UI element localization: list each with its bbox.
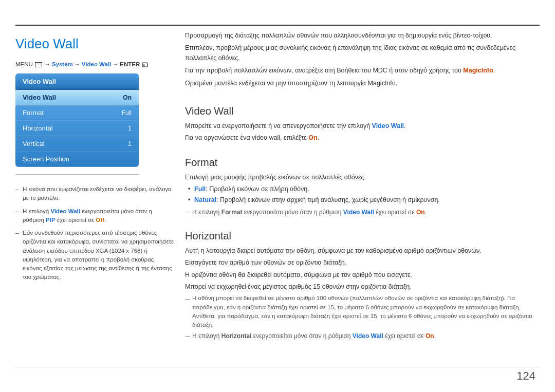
- section-spacer-1: [185, 91, 540, 100]
- panel-header: Video Wall: [15, 73, 139, 90]
- vw-text-1: Μπορείτε να ενεργοποιήσετε ή να απενεργο…: [185, 121, 540, 131]
- section-heading-video-wall: Video Wall: [185, 105, 540, 117]
- vw-text-2: Για να οργανώσετε ένα video wall, επιλέξ…: [185, 133, 540, 143]
- menu-label: MENU: [15, 61, 33, 67]
- horiz-long-note: Η οθόνη μπορεί να διαιρεθεί σε μέγιστο α…: [185, 294, 540, 329]
- section-spacer-2: [185, 145, 540, 152]
- right-column: Προσαρμογή της διάταξης πολλαπλών οθονών…: [185, 31, 540, 361]
- panel-item-horizontal-label: Horizontal: [23, 124, 53, 132]
- panel-item-horizontal[interactable]: Horizontal 1: [15, 121, 139, 136]
- note-item-3: Εάν συνδεθούν περισσότερες από τέσσερις …: [15, 229, 175, 282]
- panel-item-format[interactable]: Format Full: [15, 105, 139, 121]
- page-title: Video Wall: [15, 36, 175, 52]
- video-wall-panel: Video Wall Video Wall On Format Full Hor…: [15, 73, 139, 167]
- arrow2: →: [75, 61, 80, 67]
- panel-item-vertical[interactable]: Vertical 1: [15, 136, 139, 152]
- horiz-text-1: Αυτή η λειτουργία διαιρεί αυτόματα την ο…: [185, 246, 540, 256]
- format-bullet-full: Full: Προβολή εικόνων σε πλήρη οθόνη.: [194, 184, 540, 194]
- arrow1: →: [45, 61, 50, 67]
- intro-para-4: Ορισμένα μοντέλα ενδέχεται να μην υποστη…: [185, 79, 540, 88]
- intro-para-3: Για την προβολή πολλαπλών εικόνων, ανατρ…: [185, 66, 540, 76]
- panel-item-vertical-label: Vertical: [23, 140, 45, 147]
- panel-item-video-wall[interactable]: Video Wall On: [15, 90, 139, 105]
- format-note: Η επιλογή Format ενεργοποιείται μόνο ότα…: [185, 208, 540, 217]
- system-label: System: [52, 61, 73, 67]
- horiz-text-2: Εισαγάγετε τον αριθμό των οθονών σε οριζ…: [185, 258, 540, 268]
- panel-item-screen-position[interactable]: Screen Position: [15, 152, 139, 167]
- top-divider: [15, 25, 540, 26]
- panel-item-screen-position-label: Screen Position: [23, 155, 69, 163]
- enter-icon: E: [142, 62, 149, 67]
- panel-item-video-wall-value: On: [123, 94, 132, 101]
- format-text-1: Επιλογή μιας μορφής προβολής εικόνων σε …: [185, 173, 540, 182]
- menu-icon: [35, 62, 42, 67]
- note-item-1: Η εικόνα που εμφανίζεται ενδέχεται να δι…: [15, 185, 175, 203]
- page-number: 124: [516, 369, 535, 383]
- arrow3: →: [113, 61, 118, 67]
- section-spacer-3: [185, 219, 540, 225]
- intro-para-1: Προσαρμογή της διάταξης πολλαπλών οθονών…: [185, 31, 540, 41]
- horiz-text-4: Μπορεί να εκχωρηθεί ένας μέγιστος αριθμό…: [185, 282, 540, 292]
- panel-item-video-wall-label: Video Wall: [23, 94, 56, 101]
- enter-label: ENTER: [120, 61, 140, 67]
- svg-text:E: E: [143, 64, 145, 67]
- intro-para-2: Επιπλέον, προβολή μέρους μιας συνολικής …: [185, 43, 540, 63]
- panel-item-format-value: Full: [122, 109, 132, 117]
- panel-item-format-label: Format: [23, 109, 44, 117]
- menu-path: MENU → System → Video Wall → ENTER E: [15, 61, 175, 67]
- panel-item-horizontal-value: 1: [128, 125, 132, 132]
- notes-section: Η εικόνα που εμφανίζεται ενδέχεται να δι…: [15, 185, 175, 282]
- section-heading-format: Format: [185, 157, 540, 169]
- format-bullet-natural: Natural: Προβολή εικόνων στην αρχική τιμ…: [194, 195, 540, 205]
- left-column: Video Wall MENU → System → Video Wall → …: [15, 31, 175, 361]
- video-wall-menu-label: Video Wall: [82, 61, 112, 67]
- bottom-divider: [15, 367, 540, 367]
- section-heading-horizontal: Horizontal: [185, 230, 540, 242]
- horiz-note: Η επιλογή Horizontal ενεργοποιείται μόνο…: [185, 331, 540, 341]
- panel-item-vertical-value: 1: [128, 140, 132, 147]
- left-divider: [15, 174, 139, 175]
- note-item-2: Η επιλογή Video Wall ενεργοποιείται μόνο…: [15, 207, 175, 225]
- horiz-text-3: Η οριζόντια οθόνη θα διαιρεθεί αυτόματα,…: [185, 270, 540, 280]
